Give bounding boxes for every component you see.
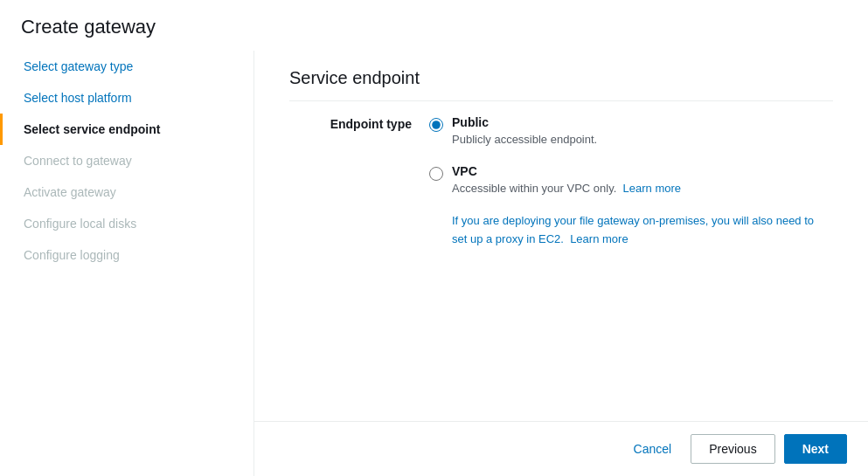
next-button[interactable]: Next [784,434,847,464]
sidebar-item-configure-local-disks: Configure local disks [0,208,253,239]
section-title: Service endpoint [289,68,833,101]
option-vpc-description: Accessible within your VPC only. Learn m… [452,180,681,197]
sidebar-item-select-service-endpoint[interactable]: Select service endpoint [0,114,253,145]
page-container: Create gateway Select gateway type Selec… [0,0,868,476]
sidebar-item-configure-logging: Configure logging [0,239,253,271]
option-vpc-row: VPC Accessible within your VPC only. Lea… [429,164,833,197]
option-public-row: Public Publicly accessible endpoint. [429,115,833,148]
option-public-label: Public [452,115,597,129]
endpoint-type-label: Endpoint type [289,115,429,131]
vpc-note-learn-more-link[interactable]: Learn more [570,232,628,245]
previous-button[interactable]: Previous [691,434,774,464]
sidebar-item-select-gateway-type[interactable]: Select gateway type [0,51,253,82]
main-layout: Select gateway type Select host platform… [0,51,868,476]
vpc-note: If you are deploying your file gateway o… [452,212,819,249]
sidebar-item-select-host-platform[interactable]: Select host platform [0,82,253,114]
option-public-description: Publicly accessible endpoint. [452,131,597,148]
page-title: Create gateway [0,0,868,51]
radio-public[interactable] [429,118,443,132]
option-vpc-label: VPC [452,164,681,178]
vpc-learn-more-link[interactable]: Learn more [623,182,681,195]
content-area: Service endpoint Endpoint type Public Pu… [253,51,868,476]
content-body: Service endpoint Endpoint type Public Pu… [254,51,868,421]
option-public-content: Public Publicly accessible endpoint. [452,115,597,148]
option-public-block: Public Publicly accessible endpoint. [429,115,833,148]
cancel-button[interactable]: Cancel [623,435,683,463]
endpoint-type-row: Endpoint type Public Publicly accessible… [289,115,833,249]
options-column: Public Publicly accessible endpoint. VPC [429,115,833,249]
option-vpc-content: VPC Accessible within your VPC only. Lea… [452,164,681,197]
footer: Cancel Previous Next [254,421,868,476]
sidebar: Select gateway type Select host platform… [0,51,253,476]
sidebar-item-activate-gateway: Activate gateway [0,176,253,208]
sidebar-item-connect-to-gateway: Connect to gateway [0,145,253,176]
radio-vpc[interactable] [429,167,443,181]
option-vpc-block: VPC Accessible within your VPC only. Lea… [429,164,833,197]
